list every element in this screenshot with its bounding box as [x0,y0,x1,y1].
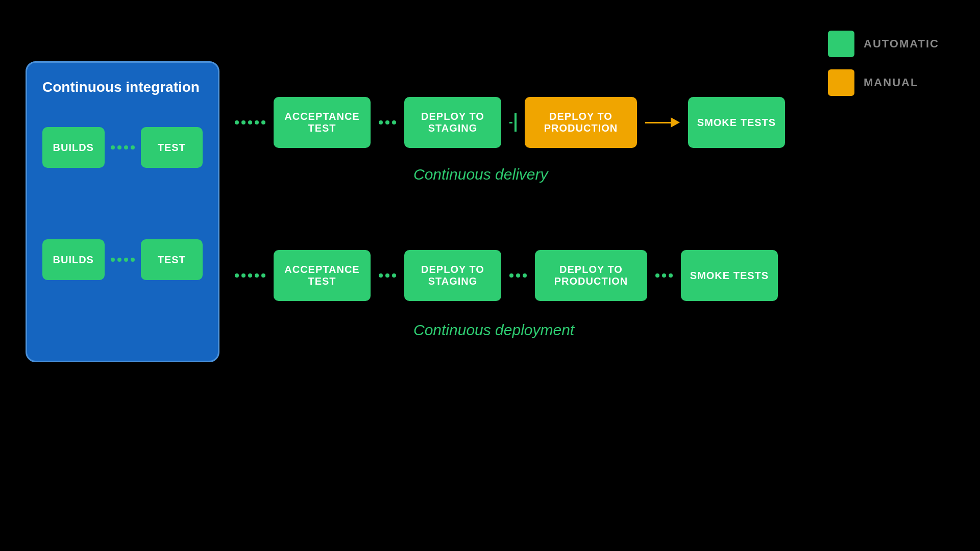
delivery-ci-connector [235,120,265,124]
ci-row-1: BUILDS TEST [42,127,203,168]
ci-dots-2 [111,258,135,262]
deployment-deploy-production: DEPLOY TO PRODUCTION [535,250,647,301]
deployment-row: ACCEPTANCE TEST DEPLOY TO STAGING DEPLOY… [235,250,778,301]
ci-title: Continuous integration [42,78,203,96]
delivery-smoke-tests: SMOKE TESTS [688,97,785,148]
legend-manual: MANUAL [828,69,939,96]
dot [235,273,239,278]
legend-automatic: AUTOMATIC [828,31,939,57]
delivery-deploy-staging: DEPLOY TO STAGING [404,97,501,148]
ci-test-2: TEST [141,239,203,280]
dot [111,145,115,149]
dot [509,273,513,278]
dot [255,120,259,124]
ci-row-2: BUILDS TEST [42,239,203,280]
delivery-deploy-production: DEPLOY TO PRODUCTION [525,97,637,148]
ci-test-1: TEST [141,127,203,168]
dot [131,258,135,262]
deployment-dots-3 [655,273,673,278]
ci-builds-2: BUILDS [42,239,105,280]
automatic-label: AUTOMATIC [864,37,939,51]
deployment-acceptance-test: ACCEPTANCE TEST [274,250,371,301]
deployment-deploy-staging: DEPLOY TO STAGING [404,250,501,301]
manual-icon [828,69,854,96]
manual-stop-indicator [509,113,517,132]
dot [669,273,673,278]
deployment-ci-connector [235,273,265,278]
dot [261,120,265,124]
dot [385,273,389,278]
dot [385,120,389,124]
dot [241,273,246,278]
automatic-icon [828,31,854,57]
deployment-dots-1 [379,273,396,278]
deployment-label: Continuous deployment [413,321,574,339]
orange-arrow [645,117,680,128]
delivery-dots-1 [379,120,396,124]
dot [655,273,659,278]
delivery-row: ACCEPTANCE TEST DEPLOY TO STAGING DEPLOY… [235,97,785,148]
dot [248,273,252,278]
dot [241,120,246,124]
dot [117,145,121,149]
manual-label: MANUAL [864,76,918,89]
dot [131,145,135,149]
deployment-dots-2 [509,273,527,278]
deployment-smoke-tests: SMOKE TESTS [681,250,778,301]
dot [117,258,121,262]
dot [261,273,265,278]
ci-container: Continuous integration BUILDS TEST BUILD… [26,61,219,362]
dot [379,120,383,124]
dot [379,273,383,278]
stop-dash [509,122,512,123]
dot [662,273,666,278]
dot [516,273,520,278]
stop-bar [514,113,517,132]
dot [124,145,128,149]
ci-dots-1 [111,145,135,149]
delivery-label: Continuous delivery [413,166,548,183]
dot [392,273,396,278]
dot [392,120,396,124]
dot [235,120,239,124]
dot [124,258,128,262]
ci-builds-1: BUILDS [42,127,105,168]
dot [111,258,115,262]
delivery-acceptance-test: ACCEPTANCE TEST [274,97,371,148]
dot [255,273,259,278]
dot [523,273,527,278]
legend: AUTOMATIC MANUAL [828,31,939,96]
arrow-head [671,117,680,128]
arrow-line [645,122,671,123]
dot [248,120,252,124]
